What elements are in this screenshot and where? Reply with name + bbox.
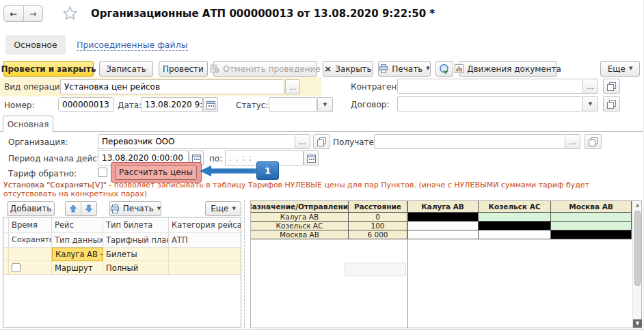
- page-title: Организационные АТП 000000013 от 13.08.2…: [91, 8, 435, 20]
- cell-ticket-type[interactable]: Билеты: [103, 248, 169, 261]
- empty-cell-cursor: [345, 263, 406, 276]
- grid-more-caret-icon: ▼: [232, 207, 235, 211]
- tab-attached-files[interactable]: Присоединенные файлы: [77, 40, 188, 51]
- document-movements-button[interactable]: Движения документа: [459, 61, 557, 77]
- frozen-columns-divider: [407, 201, 408, 328]
- print-menu-button[interactable]: Печать ▼: [378, 61, 431, 77]
- grid-more-button[interactable]: Еще ▼: [205, 201, 241, 216]
- col-header-time[interactable]: Время: [9, 217, 52, 233]
- organization-label: Организация:: [8, 137, 68, 147]
- close-button[interactable]: × Закрыть: [323, 61, 373, 77]
- add-row-button[interactable]: Добавить: [7, 201, 55, 216]
- cell-tariff-plan[interactable]: Полный: [103, 261, 169, 275]
- tariff-matrix-panel: Назначение/Отправление Расстояние Калуга…: [250, 200, 642, 328]
- back-arrow-icon: ←: [10, 9, 17, 19]
- status-input[interactable]: [269, 97, 317, 112]
- cell-atp[interactable]: [169, 261, 241, 275]
- more-button[interactable]: Еще ▼: [600, 61, 640, 77]
- matrix-row-distance: 100: [349, 222, 407, 230]
- matrix-cell[interactable]: [479, 213, 551, 222]
- organization-choose-button[interactable]: ...: [295, 134, 310, 149]
- matrix-cell[interactable]: [407, 222, 479, 230]
- row-marker-header: [3, 217, 9, 233]
- matrix-distance-header: Расстояние: [349, 201, 407, 213]
- panel-splitter[interactable]: [244, 200, 245, 328]
- matrix-cell[interactable]: [479, 222, 551, 230]
- tab-main-label: Основное: [14, 40, 57, 50]
- annotation-step-number: 1: [265, 166, 271, 176]
- recipient-open-button[interactable]: [585, 134, 602, 149]
- contract-label: Договор:: [351, 100, 389, 109]
- cell-save[interactable]: [9, 261, 52, 275]
- counterparty-input[interactable]: [397, 79, 583, 94]
- scroll-thumb[interactable]: [634, 211, 641, 286]
- date-calendar-button[interactable]: [203, 97, 218, 112]
- cell-trip-category[interactable]: [169, 248, 241, 261]
- col-header-tariff-plan[interactable]: Тарифный план: [103, 233, 169, 248]
- recipient-input[interactable]: [374, 134, 565, 149]
- contract-input[interactable]: [397, 96, 583, 111]
- matrix-cell[interactable]: [479, 230, 551, 239]
- move-row-down-button[interactable]: [81, 202, 96, 215]
- date-input[interactable]: 13.08.2020 9:22:50: [141, 97, 203, 112]
- tab-osnovnaya[interactable]: Основная: [3, 116, 53, 132]
- post-and-close-button[interactable]: Провести и закрыть: [3, 61, 94, 77]
- save-label: Записать: [106, 64, 146, 74]
- nav-buttons: ← →: [3, 5, 43, 22]
- post-label: Провести: [163, 64, 204, 74]
- status-caret-icon: ▼: [323, 103, 327, 107]
- matrix-vertical-scrollbar[interactable]: ▲ ▼: [632, 201, 641, 328]
- forward-button[interactable]: →: [23, 6, 43, 21]
- counterparty-open-button[interactable]: [603, 79, 620, 94]
- cell-time[interactable]: [9, 248, 52, 261]
- organization-input[interactable]: Перевозчик ООО: [98, 134, 295, 149]
- annotation-arrowhead-icon: [200, 166, 211, 176]
- matrix-corner-header: Назначение/Отправление: [251, 201, 349, 213]
- back-button[interactable]: ←: [4, 6, 23, 21]
- status-dropdown-button[interactable]: ▼: [317, 97, 333, 112]
- organization-open-button[interactable]: [313, 134, 330, 149]
- col-header-ticket-type[interactable]: Тип билета: [103, 217, 169, 233]
- close-label: Закрыть: [335, 64, 371, 74]
- operation-kind-label: Вид операции:: [4, 82, 68, 92]
- number-input[interactable]: 000000013: [58, 97, 114, 112]
- scroll-down-icon[interactable]: ▼: [633, 319, 642, 328]
- window-bottom-edge: [0, 329, 644, 330]
- col-header-trip[interactable]: Рейс: [52, 217, 103, 233]
- warning-part1: Установка "Сохранять[V]": [3, 181, 107, 189]
- col-header-save[interactable]: Сохранять: [9, 233, 52, 248]
- row-marker-header2: [3, 233, 9, 248]
- favorite-star-icon[interactable]: [63, 6, 77, 20]
- contract-dropdown-button[interactable]: ▼: [582, 96, 598, 111]
- move-row-up-button[interactable]: [66, 202, 81, 215]
- more-caret-icon: ▼: [629, 66, 632, 71]
- matrix-cell[interactable]: [551, 213, 632, 222]
- save-button[interactable]: Записать: [99, 61, 153, 77]
- matrix-cell[interactable]: [551, 230, 632, 239]
- counterparty-choose-button[interactable]: ...: [582, 79, 598, 94]
- cell-data-type[interactable]: Маршрут: [52, 261, 103, 275]
- matrix-row-name: Козельск АС: [251, 222, 349, 230]
- col-header-trip-category[interactable]: Категория рейса: [169, 217, 241, 233]
- col-header-data-type[interactable]: Тип данных: [52, 233, 103, 248]
- matrix-cell[interactable]: [407, 230, 479, 239]
- save-checkbox[interactable]: [12, 263, 21, 272]
- operation-kind-input[interactable]: Установка цен рейсов: [60, 79, 284, 94]
- period-to-label: по:: [209, 154, 222, 163]
- col-header-atp[interactable]: АТП: [169, 233, 241, 248]
- refresh-movements-button[interactable]: [435, 61, 453, 77]
- tab-main[interactable]: Основное: [5, 35, 66, 55]
- matrix-cell[interactable]: [551, 222, 632, 230]
- operation-kind-choose-button[interactable]: ...: [285, 79, 300, 94]
- post-button[interactable]: Провести: [159, 61, 208, 77]
- more-label: Еще: [608, 64, 626, 74]
- contract-open-button[interactable]: [603, 96, 620, 111]
- matrix-cell[interactable]: [407, 213, 479, 222]
- recipient-choose-button[interactable]: ...: [565, 134, 580, 149]
- grid-print-button[interactable]: Печать ▼: [109, 201, 161, 216]
- period-to-calendar-button[interactable]: [304, 150, 319, 166]
- scroll-up-icon[interactable]: ▲: [633, 201, 642, 209]
- cell-trip-selected[interactable]: Калуга АВ - ...: [52, 248, 103, 261]
- calc-prices-button[interactable]: Рассчитать цены: [115, 165, 197, 180]
- tariff-back-checkbox[interactable]: [98, 168, 107, 177]
